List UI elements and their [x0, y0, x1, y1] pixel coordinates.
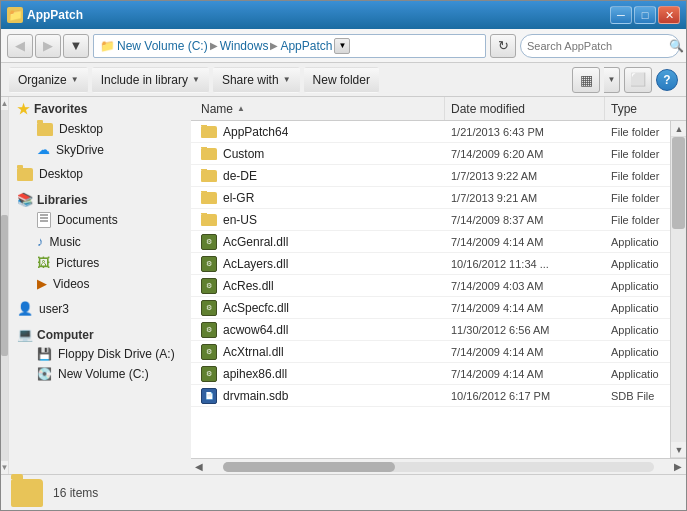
sidebar-item-label: Videos — [53, 277, 89, 291]
table-row[interactable]: ⚙ apihex86.dll 7/14/2009 4:14 AM Applica… — [191, 363, 670, 385]
back-button[interactable]: ◀ — [7, 34, 33, 58]
sidebar-item-desktop[interactable]: Desktop — [9, 164, 191, 184]
table-row[interactable]: ⚙ AcGenral.dll 7/14/2009 4:14 AM Applica… — [191, 231, 670, 253]
table-row[interactable]: ⚙ AcLayers.dll 10/16/2012 11:34 ... Appl… — [191, 253, 670, 275]
help-button[interactable]: ? — [656, 69, 678, 91]
path-dropdown[interactable]: ▼ — [334, 38, 350, 54]
dll-icon: ⚙ — [201, 234, 217, 250]
sidebar-item-documents[interactable]: Documents — [29, 209, 191, 231]
sidebar-item-music[interactable]: ♪ Music — [29, 231, 191, 252]
maximize-button[interactable]: □ — [634, 6, 656, 24]
file-date: 10/16/2012 6:17 PM — [445, 390, 605, 402]
file-type: Applicatio — [605, 346, 666, 358]
view-dropdown-button[interactable]: ▼ — [604, 67, 620, 93]
search-input[interactable] — [527, 40, 665, 52]
up-dropdown-button[interactable]: ▼ — [63, 34, 89, 58]
h-scroll-thumb[interactable] — [223, 462, 395, 472]
folder-icon — [201, 126, 217, 138]
h-scroll-right-arrow[interactable]: ▶ — [670, 459, 686, 475]
minimize-button[interactable]: ─ — [610, 6, 632, 24]
table-row[interactable]: de-DE 1/7/2013 9:22 AM File folder — [191, 165, 670, 187]
horizontal-scrollbar: ◀ ▶ — [191, 458, 686, 474]
file-date: 11/30/2012 6:56 AM — [445, 324, 605, 336]
refresh-button[interactable]: ↻ — [490, 34, 516, 58]
sidebar-item-pictures[interactable]: 🖼 Pictures — [29, 252, 191, 273]
favorites-header[interactable]: ★ Favorites — [9, 97, 191, 119]
table-row[interactable]: ⚙ AcSpecfc.dll 7/14/2009 4:14 AM Applica… — [191, 297, 670, 319]
file-date: 1/21/2013 6:43 PM — [445, 126, 605, 138]
title-bar: 📁 AppPatch ─ □ ✕ — [1, 1, 686, 29]
col-date-header[interactable]: Date modified — [445, 97, 605, 120]
table-row[interactable]: en-US 7/14/2009 8:37 AM File folder — [191, 209, 670, 231]
sidebar-scroll-track — [1, 110, 8, 461]
skydrive-cloud-icon: ☁ — [37, 142, 50, 157]
file-name: AcSpecfc.dll — [223, 301, 289, 315]
folder-icon — [201, 192, 217, 204]
folder-icon — [201, 148, 217, 160]
file-name: Custom — [223, 147, 264, 161]
search-box[interactable]: 🔍 — [520, 34, 680, 58]
libraries-header[interactable]: 📚 Libraries — [9, 188, 191, 209]
status-folder-icon — [11, 479, 43, 507]
sidebar-item-c-drive[interactable]: 💽 New Volume (C:) — [29, 364, 191, 384]
column-header: Name ▲ Date modified Type — [191, 97, 686, 121]
scroll-up-arrow[interactable]: ▲ — [671, 121, 686, 137]
status-item-count: 16 items — [53, 486, 98, 500]
music-icon: ♪ — [37, 234, 44, 249]
sidebar-item-skydrive[interactable]: ☁ SkyDrive — [29, 139, 191, 160]
file-area: Name ▲ Date modified Type — [191, 97, 686, 474]
sidebar-item-user3[interactable]: 👤 user3 — [9, 298, 191, 319]
dll-icon: ⚙ — [201, 300, 217, 316]
window-title: AppPatch — [27, 8, 83, 22]
table-row[interactable]: Custom 7/14/2009 6:20 AM File folder — [191, 143, 670, 165]
scroll-down-arrow[interactable]: ▼ — [671, 442, 686, 458]
table-row[interactable]: el-GR 1/7/2013 9:21 AM File folder — [191, 187, 670, 209]
computer-header[interactable]: 💻 Computer — [9, 323, 191, 344]
libraries-items: Documents ♪ Music 🖼 Pictures ▶ Videos — [9, 209, 191, 294]
view-button[interactable]: ▦ — [572, 67, 600, 93]
sidebar-item-desktop-fav[interactable]: Desktop — [29, 119, 191, 139]
path-segment-c[interactable]: New Volume (C:) — [117, 39, 208, 53]
sidebar-item-videos[interactable]: ▶ Videos — [29, 273, 191, 294]
include-library-button[interactable]: Include in library ▼ — [92, 67, 209, 93]
table-row[interactable]: ⚙ AcXtrnal.dll 7/14/2009 4:14 AM Applica… — [191, 341, 670, 363]
sidebar-item-label: Floppy Disk Drive (A:) — [58, 347, 175, 361]
scroll-thumb[interactable] — [672, 137, 685, 229]
main-window: 📁 AppPatch ─ □ ✕ ◀ ▶ ▼ 📁 New Volume (C:)… — [0, 0, 687, 511]
table-row[interactable]: ⚙ AcRes.dll 7/14/2009 4:03 AM Applicatio — [191, 275, 670, 297]
user-section: 👤 user3 — [9, 298, 191, 319]
file-name-cell: Custom — [195, 147, 445, 161]
forward-button[interactable]: ▶ — [35, 34, 61, 58]
user-icon: 👤 — [17, 301, 33, 316]
table-row[interactable]: 📄 drvmain.sdb 10/16/2012 6:17 PM SDB Fil… — [191, 385, 670, 407]
file-date: 1/7/2013 9:21 AM — [445, 192, 605, 204]
col-name-header[interactable]: Name ▲ — [195, 97, 445, 120]
col-type-header[interactable]: Type — [605, 97, 666, 120]
path-segment-windows[interactable]: Windows — [220, 39, 269, 53]
h-scroll-left-arrow[interactable]: ◀ — [191, 459, 207, 475]
nav-buttons: ◀ ▶ ▼ — [7, 34, 89, 58]
path-segment-apppatch[interactable]: AppPatch — [280, 39, 332, 53]
table-row[interactable]: ⚙ acwow64.dll 11/30/2012 6:56 AM Applica… — [191, 319, 670, 341]
file-type: Applicatio — [605, 368, 666, 380]
address-path[interactable]: 📁 New Volume (C:) ▶ Windows ▶ AppPatch ▼ — [93, 34, 486, 58]
organize-arrow-icon: ▼ — [71, 75, 79, 84]
sidebar-scroll-down[interactable]: ▼ — [1, 461, 9, 474]
sdb-icon: 📄 — [201, 388, 217, 404]
panel-button[interactable]: ⬜ — [624, 67, 652, 93]
include-library-arrow-icon: ▼ — [192, 75, 200, 84]
sidebar-item-floppy[interactable]: 💾 Floppy Disk Drive (A:) — [29, 344, 191, 364]
file-name-cell: de-DE — [195, 169, 445, 183]
new-folder-button[interactable]: New folder — [304, 67, 379, 93]
file-date: 10/16/2012 11:34 ... — [445, 258, 605, 270]
share-with-button[interactable]: Share with ▼ — [213, 67, 300, 93]
file-type: File folder — [605, 214, 666, 226]
share-with-arrow-icon: ▼ — [283, 75, 291, 84]
table-row[interactable]: AppPatch64 1/21/2013 6:43 PM File folder — [191, 121, 670, 143]
close-button[interactable]: ✕ — [658, 6, 680, 24]
sidebar-scroll-up[interactable]: ▲ — [1, 97, 9, 110]
organize-button[interactable]: Organize ▼ — [9, 67, 88, 93]
search-icon: 🔍 — [669, 39, 684, 53]
file-date: 7/14/2009 6:20 AM — [445, 148, 605, 160]
dll-icon: ⚙ — [201, 366, 217, 382]
